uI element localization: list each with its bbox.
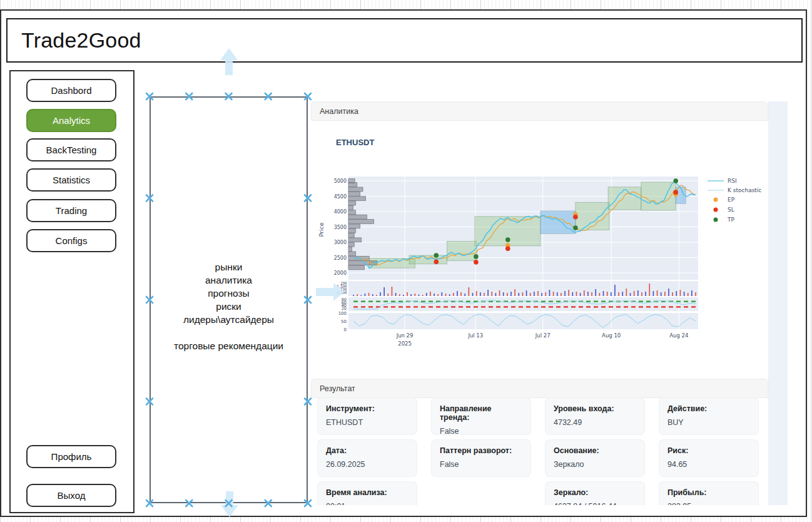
card-label: Инструмент: — [326, 404, 409, 413]
content-notes: рынки аналитика прогнозы риски лидеры\ау… — [151, 260, 306, 352]
sidebar-item-configs[interactable]: Configs — [26, 229, 116, 252]
sidebar-item-dashbord[interactable]: Dashbord — [26, 79, 116, 102]
result-card: Прибыль:283.95 — [659, 481, 759, 505]
result-card: Время анализа:00:01 — [317, 481, 417, 505]
card-value: 26.09.2025 — [326, 460, 409, 469]
result-card: Дата:26.09.2025 — [317, 439, 417, 477]
card-value: False — [440, 460, 522, 469]
card-label: Паттерн разворот: — [440, 446, 522, 455]
sidebar-item-statistics[interactable]: Statistics — [26, 168, 116, 192]
card-value: 00:01 — [326, 502, 409, 505]
card-value: False — [440, 427, 522, 436]
design-canvas: Trade2Good DashbordAnalyticsBackTestingS… — [0, 0, 812, 522]
card-value: Зеркало — [554, 460, 636, 469]
card-label: Направление тренда: — [440, 404, 522, 422]
sidebar-item-profile[interactable]: Профиль — [26, 445, 116, 468]
sidebar-item-trading[interactable]: Trading — [26, 199, 116, 222]
card-label: Прибыль: — [667, 488, 750, 497]
result-card: Действие:BUY — [659, 397, 759, 435]
sidebar-item-logout[interactable]: Выход — [26, 484, 116, 507]
card-label: Зеркало: — [554, 488, 636, 497]
result-card: Уровень входа:4732.49 — [545, 397, 645, 435]
wireframe-page: Trade2Good DashbordAnalyticsBackTestingS… — [0, 9, 807, 517]
embedded-app-screenshot: Аналитика ETHUSDT 2000250030003500400045… — [311, 101, 788, 505]
card-label: Действие: — [667, 404, 750, 413]
card-label: Основание: — [554, 446, 636, 455]
card-value: BUY — [667, 418, 750, 427]
card-value: 4732.49 — [554, 418, 636, 427]
card-label: Риск: — [667, 446, 750, 455]
card-value: 283.95 — [667, 502, 750, 505]
result-card: Зеркало:4637.84 / 5016.44 — [545, 481, 645, 505]
card-label: Дата: — [326, 446, 409, 455]
sidebar-item-backtesting[interactable]: BackTesting — [26, 138, 116, 161]
result-card: Риск:94.65 — [659, 439, 759, 477]
app-header-box: Trade2Good — [6, 18, 803, 63]
sidebar-item-analytics[interactable]: Analytics — [26, 109, 116, 132]
result-card: Направление тренда:False — [431, 397, 531, 435]
scroll-strip[interactable] — [768, 101, 788, 505]
card-label: Уровень входа: — [554, 404, 636, 413]
sidebar: DashbordAnalyticsBackTestingStatisticsTr… — [9, 70, 134, 513]
app-title: Trade2Good — [21, 28, 141, 53]
card-value: 94.65 — [667, 460, 750, 469]
card-value: 4637.84 / 5016.44 — [554, 502, 636, 505]
result-card: Инструмент:ETHUSDT — [317, 397, 417, 435]
card-value: ETHUSDT — [326, 418, 409, 427]
result-cards: Инструмент:ETHUSDTНаправление тренда:Fal… — [311, 101, 768, 505]
card-label: Время анализа: — [326, 488, 409, 497]
result-card: Паттерн разворот:False — [431, 439, 531, 477]
result-card: Основание:Зеркало — [545, 439, 645, 477]
